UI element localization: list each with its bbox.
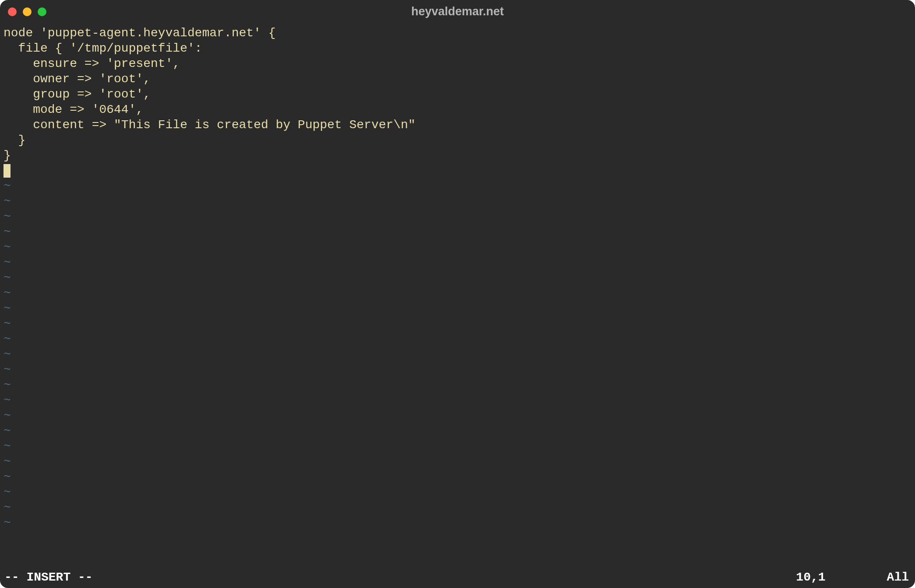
empty-line-tilde: ~	[4, 439, 911, 454]
code-line: }	[4, 133, 911, 148]
empty-line-tilde: ~	[4, 347, 911, 362]
empty-line-tilde: ~	[4, 378, 911, 393]
maximize-icon[interactable]	[38, 7, 46, 16]
traffic-lights	[8, 7, 46, 16]
vim-mode: -- INSERT --	[4, 570, 93, 585]
window-title: heyvaldemar.net	[0, 4, 915, 19]
code-line: content => "This File is created by Pupp…	[4, 117, 911, 133]
empty-line-tilde: ~	[4, 485, 911, 500]
empty-line-tilde: ~	[4, 469, 911, 485]
empty-line-tilde: ~	[4, 286, 911, 301]
empty-line-tilde: ~	[4, 240, 911, 255]
terminal-window: heyvaldemar.net node 'puppet-agent.heyva…	[0, 0, 915, 588]
minimize-icon[interactable]	[23, 7, 32, 16]
empty-line-tilde: ~	[4, 515, 911, 531]
status-bar: -- INSERT -- 10,1 All	[0, 569, 915, 588]
cursor-icon	[4, 164, 11, 178]
empty-line-tilde: ~	[4, 393, 911, 408]
scroll-percentage: All	[887, 570, 909, 585]
editor-area[interactable]: node 'puppet-agent.heyvaldemar.net' { fi…	[0, 24, 915, 569]
empty-line-tilde: ~	[4, 209, 911, 224]
empty-line-tilde: ~	[4, 270, 911, 286]
close-icon[interactable]	[8, 7, 17, 16]
empty-line-tilde: ~	[4, 454, 911, 469]
empty-line-tilde: ~	[4, 408, 911, 424]
cursor-line	[4, 163, 911, 178]
empty-line-tilde: ~	[4, 194, 911, 209]
titlebar: heyvaldemar.net	[0, 0, 915, 24]
code-line: }	[4, 148, 911, 163]
empty-line-tilde: ~	[4, 424, 911, 439]
empty-line-tilde: ~	[4, 362, 911, 378]
code-line: ensure => 'present',	[4, 56, 911, 71]
empty-line-tilde: ~	[4, 255, 911, 270]
empty-line-tilde: ~	[4, 301, 911, 316]
code-line: owner => 'root',	[4, 71, 911, 87]
code-line: node 'puppet-agent.heyvaldemar.net' {	[4, 25, 911, 41]
empty-line-tilde: ~	[4, 332, 911, 347]
code-line: file { '/tmp/puppetfile':	[4, 41, 911, 56]
empty-line-tilde: ~	[4, 224, 911, 240]
code-line: mode => '0644',	[4, 102, 911, 117]
empty-line-tilde: ~	[4, 316, 911, 332]
cursor-position: 10,1	[796, 570, 825, 585]
empty-line-tilde: ~	[4, 178, 911, 194]
code-line: group => 'root',	[4, 87, 911, 102]
empty-line-tilde: ~	[4, 500, 911, 515]
